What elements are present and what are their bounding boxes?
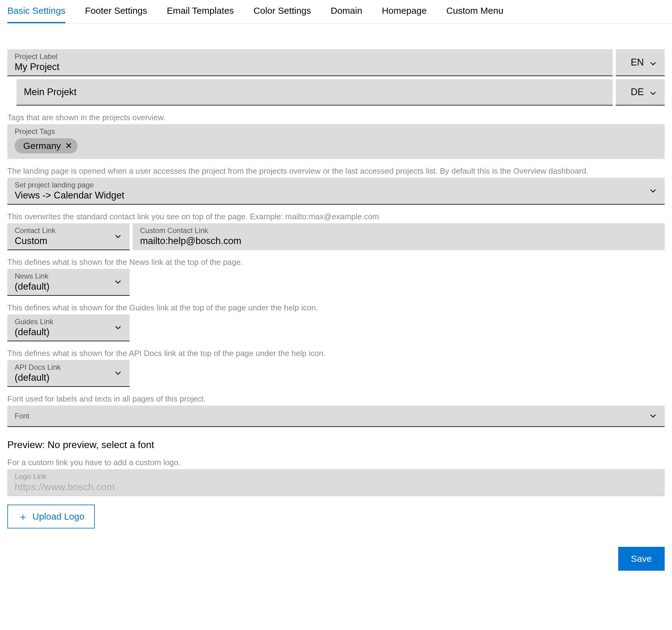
- landing-page-label: Set project landing page: [15, 181, 657, 189]
- project-label-de-field[interactable]: Mein Projekt: [17, 79, 613, 106]
- guides-link-value: (default): [15, 327, 122, 337]
- chevron-down-icon: [649, 412, 657, 420]
- landing-page-select[interactable]: Set project landing page Views -> Calend…: [7, 178, 665, 205]
- project-tags-field[interactable]: Project Tags Germany ✕: [7, 124, 665, 159]
- logo-link-label: Logo Link: [15, 472, 657, 481]
- tag-chip-label: Germany: [23, 141, 61, 151]
- tab-homepage[interactable]: Homepage: [382, 5, 427, 23]
- project-label-lang-select[interactable]: EN: [616, 49, 665, 76]
- contact-link-select[interactable]: Contact Link Custom: [7, 223, 129, 250]
- tag-chip-germany: Germany ✕: [15, 138, 78, 154]
- tab-basic-settings[interactable]: Basic Settings: [7, 5, 66, 23]
- save-button[interactable]: Save: [618, 547, 665, 571]
- guides-link-label: Guides Link: [15, 318, 122, 326]
- tab-custom-menu[interactable]: Custom Menu: [447, 5, 504, 23]
- project-tags-label: Project Tags: [15, 127, 657, 136]
- font-preview: Preview: No preview, select a font: [7, 439, 665, 450]
- chevron-down-icon: [114, 233, 122, 240]
- chevron-down-icon: [649, 187, 657, 194]
- chevron-down-icon: [649, 88, 657, 96]
- chevron-down-icon: [649, 59, 657, 66]
- api-docs-link-label: API Docs Link: [15, 363, 122, 372]
- lang-de-text: DE: [631, 87, 644, 97]
- logo-link-placeholder: https://www.bosch.com: [15, 481, 657, 493]
- font-select[interactable]: Font: [7, 405, 665, 427]
- font-help: Font used for labels and texts in all pa…: [7, 394, 665, 404]
- news-link-value: (default): [15, 281, 122, 292]
- font-label: Font: [15, 412, 657, 420]
- logo-link-field[interactable]: Logo Link https://www.bosch.com: [7, 469, 665, 496]
- tabs-bar: Basic Settings Footer Settings Email Tem…: [0, 0, 672, 24]
- api-docs-link-value: (default): [15, 372, 122, 383]
- tab-color-settings[interactable]: Color Settings: [254, 5, 311, 23]
- news-link-select[interactable]: News Link (default): [7, 269, 129, 296]
- plus-icon: ＋: [18, 511, 28, 522]
- tab-footer-settings[interactable]: Footer Settings: [85, 5, 147, 23]
- tab-email-templates[interactable]: Email Templates: [167, 5, 234, 23]
- custom-contact-link-value: mailto:help@bosch.com: [140, 235, 657, 247]
- logo-help: For a custom link you have to add a cust…: [7, 458, 665, 467]
- project-label-field[interactable]: Project Label My Project: [7, 49, 613, 76]
- lang-en-text: EN: [631, 57, 644, 68]
- custom-contact-link-label: Custom Contact Link: [140, 226, 657, 235]
- news-help: This defines what is shown for the News …: [7, 257, 665, 267]
- upload-logo-label: Upload Logo: [32, 511, 85, 522]
- api-docs-link-select[interactable]: API Docs Link (default): [7, 360, 129, 387]
- contact-help: This overwrites the standard contact lin…: [7, 212, 665, 221]
- news-link-label: News Link: [15, 272, 122, 280]
- contact-link-label: Contact Link: [15, 226, 122, 235]
- landing-help: The landing page is opened when a user a…: [7, 166, 665, 176]
- upload-logo-button[interactable]: ＋ Upload Logo: [7, 505, 95, 529]
- project-label-de-lang-select[interactable]: DE: [616, 79, 665, 106]
- api-help: This defines what is shown for the API D…: [7, 349, 665, 358]
- close-icon[interactable]: ✕: [65, 142, 72, 150]
- chevron-down-icon: [114, 278, 122, 286]
- project-label-value: My Project: [15, 62, 605, 72]
- tags-help: Tags that are shown in the projects over…: [7, 113, 665, 122]
- guides-help: This defines what is shown for the Guide…: [7, 303, 665, 312]
- landing-page-value: Views -> Calendar Widget: [15, 190, 657, 201]
- chevron-down-icon: [114, 369, 122, 377]
- tab-domain[interactable]: Domain: [331, 5, 362, 23]
- project-label-caption: Project Label: [15, 52, 605, 61]
- contact-link-value: Custom: [15, 235, 122, 247]
- guides-link-select[interactable]: Guides Link (default): [7, 314, 129, 341]
- project-label-de-value: Mein Projekt: [24, 82, 605, 102]
- chevron-down-icon: [114, 324, 122, 331]
- custom-contact-link-field[interactable]: Custom Contact Link mailto:help@bosch.co…: [133, 223, 665, 250]
